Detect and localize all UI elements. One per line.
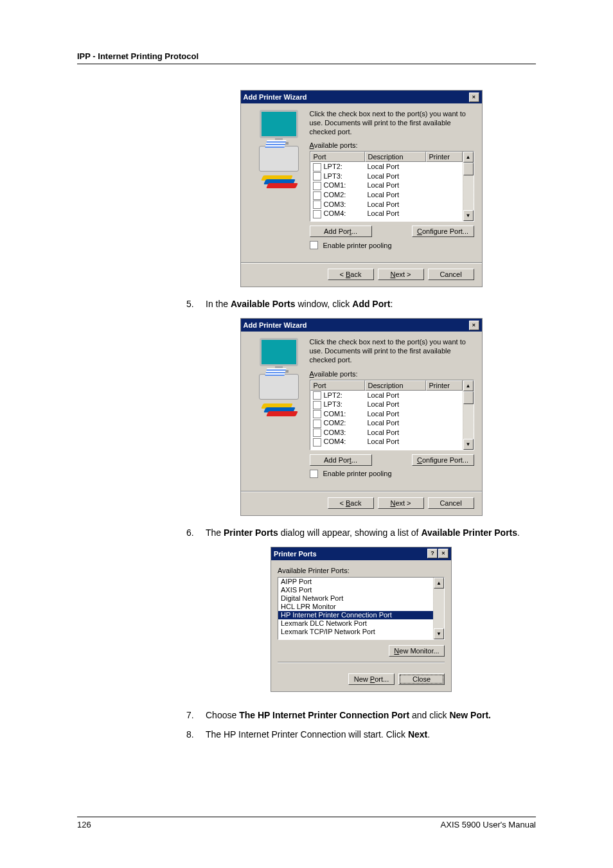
add-printer-wizard-dialog-2: Add Printer Wizard × Click the check box… (240, 318, 483, 515)
port-row[interactable]: COM3:Local Port (310, 428, 463, 438)
printer-port-item[interactable]: Digital Network Port (278, 594, 433, 603)
next-button[interactable]: Next > (378, 269, 424, 280)
port-row[interactable]: LPT3:Local Port (310, 172, 463, 181)
enable-printer-pooling-checkbox[interactable]: Enable printer pooling (310, 470, 474, 478)
cancel-button[interactable]: Cancel (428, 269, 474, 280)
available-ports-list[interactable]: Port Description Printer LPT2:Local Port… (310, 380, 474, 450)
scroll-up-icon[interactable]: ▲ (434, 578, 444, 589)
available-printer-ports-list[interactable]: AIPP PortAXIS PortDigital Network PortHC… (278, 577, 445, 640)
title-text: Add Printer Wizard (244, 321, 307, 329)
cancel-button[interactable]: Cancel (428, 497, 474, 509)
titlebar: Printer Ports ? × (271, 547, 451, 560)
printer-port-item[interactable]: Lexmark DLC Network Port (278, 619, 433, 628)
port-row[interactable]: COM2:Local Port (310, 190, 463, 200)
wizard-illustration (249, 338, 310, 477)
port-row[interactable]: LPT3:Local Port (310, 400, 463, 409)
list-scrollbar[interactable]: ▲ ▼ (433, 578, 444, 639)
col-header-description[interactable]: Description (365, 380, 426, 391)
close-icon[interactable]: × (469, 321, 479, 330)
printer-port-item[interactable]: AXIS Port (278, 586, 433, 594)
back-button[interactable]: < Back (328, 269, 374, 280)
title-text: Printer Ports (274, 550, 317, 558)
port-row[interactable]: COM3:Local Port (310, 200, 463, 209)
page-header: IPP - Internet Printing Protocol (77, 51, 536, 64)
help-icon[interactable]: ? (427, 549, 438, 558)
step-5: 5. In the Available Ports window, click … (186, 299, 536, 309)
printer-port-item[interactable]: AIPP Port (278, 578, 433, 586)
page-footer: 126 AXIS 5900 User's Manual (77, 817, 536, 829)
close-button[interactable]: Close (398, 673, 445, 685)
port-row[interactable]: COM4:Local Port (310, 437, 463, 447)
available-ports-label: Available ports: (310, 370, 474, 378)
next-button[interactable]: Next > (378, 497, 424, 509)
page-number: 126 (77, 820, 91, 829)
step-8: 8. The HP Internet Printer Connection wi… (186, 729, 536, 740)
printer-port-item[interactable]: Lexmark TCP/IP Network Port (278, 628, 433, 636)
available-ports-list[interactable]: Port Description Printer LPT2:Local Port… (310, 151, 474, 222)
port-row[interactable]: COM2:Local Port (310, 418, 463, 428)
scroll-up-icon[interactable]: ▲ (463, 152, 474, 163)
title-text: Add Printer Wizard (244, 93, 307, 101)
col-header-port[interactable]: Port (310, 380, 365, 391)
available-printer-ports-label: Available Printer Ports: (278, 567, 445, 574)
step-7: 7. Choose The HP Internet Printer Connec… (186, 710, 536, 720)
col-header-description[interactable]: Description (365, 152, 426, 162)
add-port-button[interactable]: Add Port... (310, 454, 372, 466)
available-ports-label: Available ports: (310, 141, 474, 149)
port-row[interactable]: LPT2:Local Port (310, 162, 463, 172)
step-6: 6. The Printer Ports dialog will appear,… (186, 527, 536, 538)
close-icon[interactable]: × (469, 93, 479, 102)
col-header-port[interactable]: Port (310, 152, 365, 162)
titlebar: Add Printer Wizard × (241, 91, 482, 103)
port-row[interactable]: COM1:Local Port (310, 409, 463, 419)
list-scrollbar[interactable]: ▲ ▼ (463, 380, 474, 450)
printer-port-item[interactable]: HCL LPR Monitor (278, 603, 433, 611)
configure-port-button[interactable]: Configure Port... (412, 226, 474, 237)
hint-text: Click the check box next to the port(s) … (310, 338, 474, 364)
port-row[interactable]: COM1:Local Port (310, 181, 463, 190)
configure-port-button[interactable]: Configure Port... (412, 454, 474, 466)
port-row[interactable]: COM4:Local Port (310, 209, 463, 218)
printer-port-item[interactable]: HP Internet Printer Connection Port (278, 611, 433, 619)
back-button[interactable]: < Back (328, 497, 374, 509)
list-scrollbar[interactable]: ▲ ▼ (463, 152, 474, 221)
col-header-printer[interactable]: Printer (426, 380, 463, 391)
titlebar: Add Printer Wizard × (241, 319, 482, 332)
add-printer-wizard-dialog-1: Add Printer Wizard × Click the check box… (240, 90, 483, 287)
enable-printer-pooling-checkbox[interactable]: Enable printer pooling (310, 241, 474, 249)
scroll-up-icon[interactable]: ▲ (463, 380, 474, 391)
close-icon[interactable]: × (438, 549, 449, 558)
col-header-printer[interactable]: Printer (426, 152, 463, 162)
port-row[interactable]: LPT2:Local Port (310, 391, 463, 400)
scroll-down-icon[interactable]: ▼ (434, 628, 444, 639)
scroll-down-icon[interactable]: ▼ (463, 210, 474, 221)
new-port-button[interactable]: New Port... (348, 673, 395, 685)
manual-name: AXIS 5900 User's Manual (441, 820, 536, 829)
add-port-button[interactable]: Add Port... (310, 226, 372, 237)
new-monitor-button[interactable]: New Monitor... (389, 645, 445, 657)
wizard-illustration (249, 110, 310, 249)
printer-ports-dialog: Printer Ports ? × Available Printer Port… (271, 547, 452, 692)
hint-text: Click the check box next to the port(s) … (310, 110, 474, 136)
scroll-down-icon[interactable]: ▼ (463, 439, 474, 450)
